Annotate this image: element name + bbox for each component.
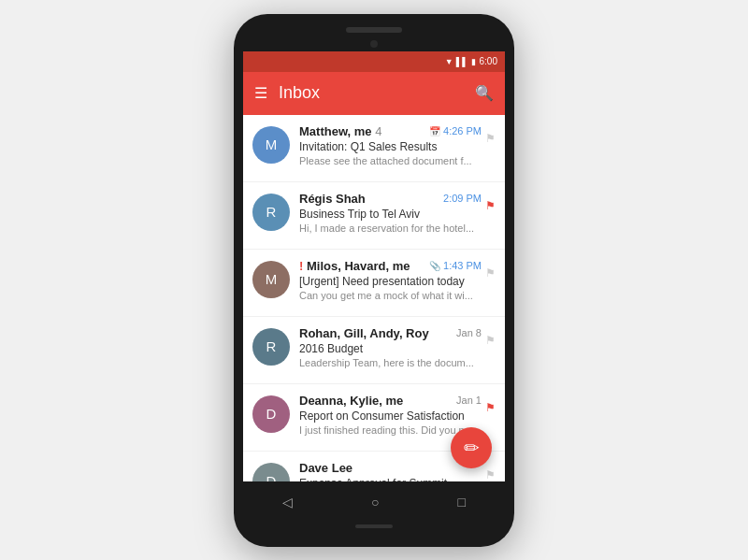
email-subject: Report on Consumer Satisfaction (299, 409, 482, 423)
app-bar-title: Inbox (279, 83, 475, 103)
avatar-initials: M (252, 126, 290, 164)
avatar: D (252, 463, 290, 481)
signal-icon: ▌▌ (456, 57, 468, 66)
email-item[interactable]: M Matthew, me 4 📅 4:26 PM (243, 115, 505, 182)
email-header: Régis Shah 2:09 PM (299, 192, 482, 206)
avatar: R (252, 328, 290, 366)
avatar-initials: D (252, 463, 290, 481)
wifi-icon: ▼ (445, 57, 453, 66)
search-button[interactable]: 🔍 (475, 84, 494, 102)
back-button[interactable]: ◁ (282, 495, 293, 510)
email-meta: 📎 1:43 PM (429, 260, 482, 271)
email-sender: Dave Lee (299, 461, 482, 475)
flag-icon: ⚑ (485, 199, 496, 212)
flag-icon: ⚑ (485, 334, 496, 347)
status-icons: ▼ ▌▌ ▮ (445, 57, 476, 66)
email-preview: Hi, I made a reservation for the hotel..… (299, 223, 482, 234)
email-preview: Leadership Team, here is the docum... (299, 357, 482, 368)
email-right: ⚑ (485, 328, 496, 347)
phone-speaker (346, 27, 402, 33)
email-list: M Matthew, me 4 📅 4:26 PM (243, 115, 505, 481)
email-preview: Please see the attached document f... (299, 155, 482, 166)
email-sender: Matthew, me 4 (299, 124, 429, 138)
email-right: ⚑ (485, 395, 496, 414)
avatar: D (252, 395, 290, 433)
email-preview: Can you get me a mock of what it wi... (299, 290, 482, 301)
avatar: M (252, 261, 290, 298)
phone-camera (370, 40, 378, 48)
email-content: ! Milos, Havard, me 📎 1:43 PM [Urgent] N… (299, 259, 482, 301)
attachment-icon: 📎 (429, 261, 440, 271)
flag-icon: ⚑ (485, 401, 496, 414)
avatar: M (252, 126, 290, 164)
email-right: ⚑ (485, 463, 496, 481)
email-subject: 2016 Budget (299, 342, 482, 355)
email-sender: Deanna, Kylie, me (299, 394, 456, 408)
avatar-initials: M (252, 261, 290, 298)
email-right: ⚑ (485, 126, 496, 145)
email-time: Jan 8 (456, 327, 482, 338)
email-content: Rohan, Gill, Andy, Roy Jan 8 2016 Budget… (299, 326, 482, 368)
email-header: Matthew, me 4 📅 4:26 PM (299, 124, 482, 138)
email-meta: 📅 4:26 PM (429, 125, 482, 136)
email-content: Matthew, me 4 📅 4:26 PM Invitation: Q1 S… (299, 124, 482, 166)
compose-icon: ✏ (464, 438, 480, 457)
home-button[interactable]: ○ (371, 495, 379, 510)
status-bar: ▼ ▌▌ ▮ 6:00 (243, 51, 505, 72)
app-bar: ☰ Inbox 🔍 (243, 72, 505, 115)
email-time: Jan 1 (456, 395, 482, 406)
flag-icon: ⚑ (485, 468, 496, 481)
email-item[interactable]: R Rohan, Gill, Andy, Roy Jan 8 2016 Budg… (243, 317, 505, 384)
email-content: Deanna, Kylie, me Jan 1 Report on Consum… (299, 394, 482, 436)
email-header: Deanna, Kylie, me Jan 1 (299, 394, 482, 408)
email-meta: 2:09 PM (443, 193, 482, 204)
email-subject: Expense Approval for Summit (299, 477, 482, 481)
compose-fab-button[interactable]: ✏ (451, 427, 492, 468)
menu-button[interactable]: ☰ (254, 84, 267, 102)
email-right: ⚑ (485, 194, 496, 212)
flag-icon: ⚑ (485, 132, 496, 145)
email-time: 2:09 PM (443, 193, 482, 204)
email-meta: Jan 8 (456, 327, 482, 338)
battery-icon: ▮ (471, 57, 476, 66)
phone-device: ▼ ▌▌ ▮ 6:00 ☰ Inbox 🔍 M Matthe (234, 14, 514, 547)
email-right: ⚑ (485, 261, 496, 280)
avatar-initials: D (252, 395, 290, 433)
bottom-nav-bar: ◁ ○ □ (243, 485, 505, 519)
email-sender: Rohan, Gill, Andy, Roy (299, 326, 456, 340)
email-preview: I just finished reading this. Did you n.… (299, 424, 482, 436)
email-sender: Régis Shah (299, 192, 443, 206)
email-content: Régis Shah 2:09 PM Business Trip to Tel … (299, 192, 482, 234)
phone-bottom-bar (355, 524, 393, 528)
email-header: Dave Lee (299, 461, 482, 475)
status-time: 6:00 (480, 56, 497, 66)
avatar-initials: R (252, 328, 290, 366)
email-item[interactable]: R Régis Shah 2:09 PM Business Trip to Te… (243, 182, 505, 250)
email-time: 1:43 PM (443, 260, 482, 271)
email-subject: Business Trip to Tel Aviv (299, 208, 482, 221)
email-header: Rohan, Gill, Andy, Roy Jan 8 (299, 326, 482, 340)
avatar: R (252, 194, 290, 231)
email-subject: Invitation: Q1 Sales Results (299, 140, 482, 153)
flag-icon: ⚑ (485, 266, 496, 280)
email-content: Dave Lee Expense Approval for Summit To … (299, 461, 482, 481)
recents-button[interactable]: □ (458, 495, 466, 510)
email-time: 4:26 PM (443, 125, 482, 136)
email-item[interactable]: M ! Milos, Havard, me 📎 1:43 PM [Urgent]… (243, 250, 505, 317)
email-subject: [Urgent] Need presentation today (299, 275, 482, 288)
phone-screen: ▼ ▌▌ ▮ 6:00 ☰ Inbox 🔍 M Matthe (243, 51, 505, 481)
avatar-initials: R (252, 194, 290, 231)
email-meta: Jan 1 (456, 395, 482, 406)
email-header: ! Milos, Havard, me 📎 1:43 PM (299, 259, 482, 273)
email-sender: ! Milos, Havard, me (299, 259, 429, 273)
calendar-icon: 📅 (429, 126, 440, 136)
